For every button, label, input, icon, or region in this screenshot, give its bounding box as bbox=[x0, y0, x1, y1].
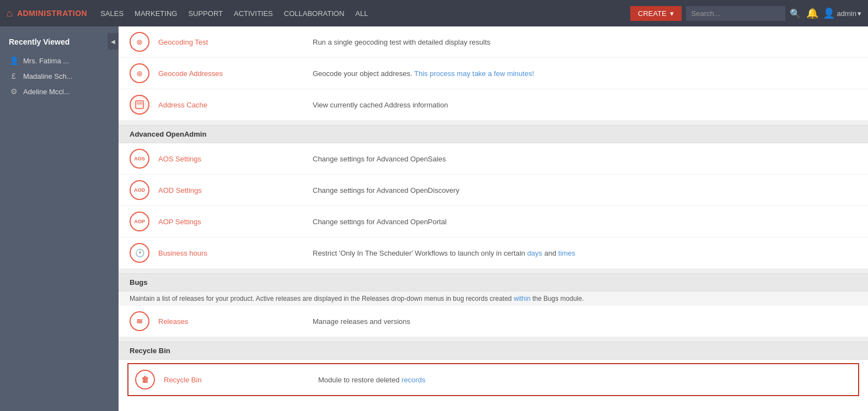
business-hours-icon: 🕐 bbox=[130, 243, 149, 263]
nav-sales[interactable]: SALES bbox=[100, 7, 124, 20]
geocode-addresses-row[interactable]: ◎ Geocode Addresses Geocode your object … bbox=[119, 58, 868, 89]
records-link[interactable]: records bbox=[401, 376, 425, 384]
brand-label: ADMINISTRATION bbox=[17, 9, 87, 18]
topnav: ⌂ ADMINISTRATION SALES MARKETING SUPPORT… bbox=[0, 0, 868, 26]
days-link[interactable]: days bbox=[527, 249, 542, 257]
sidebar-item-label-1: Madaline Sch... bbox=[23, 72, 104, 80]
releases-icon: ≋ bbox=[130, 311, 149, 331]
aos-icon: AOS bbox=[130, 149, 149, 169]
nav-collaboration[interactable]: COLLABORATION bbox=[284, 7, 345, 20]
recycle-bin-header: Recycle Bin bbox=[119, 342, 868, 360]
recycle-bin-desc: Module to restore deleted records bbox=[318, 376, 851, 384]
advanced-openadmin-header: Advanced OpenAdmin bbox=[119, 125, 868, 143]
times-link[interactable]: times bbox=[558, 249, 575, 257]
geocode-addresses-desc: Geocode your object addreses. This proce… bbox=[313, 69, 857, 78]
sidebar-title: Recently Viewed bbox=[0, 33, 119, 53]
within-link[interactable]: within bbox=[513, 295, 531, 302]
sidebar: Recently Viewed ◀ 👤 Mrs. Fatima ... ✎ £ … bbox=[0, 26, 119, 411]
nav-marketing[interactable]: MARKETING bbox=[135, 7, 177, 20]
sidebar-item-2[interactable]: ⚙ Adeline Mccl... ✎ bbox=[0, 84, 119, 99]
bugs-desc: Maintain a list of releases for your pro… bbox=[119, 291, 868, 306]
sidebar-item-label-2: Adeline Mccl... bbox=[23, 88, 104, 96]
business-hours-row[interactable]: 🕐 Business hours Restrict 'Only In The S… bbox=[119, 237, 868, 269]
releases-desc: Manage releases and versions bbox=[313, 317, 857, 326]
geocoding-test-row[interactable]: ◎ Geocoding Test Run a single geocoding … bbox=[119, 26, 868, 58]
aod-settings-row[interactable]: AOD AOD Settings Change settings for Adv… bbox=[119, 175, 868, 206]
sidebar-item-1[interactable]: £ Madaline Sch... ✎ bbox=[0, 68, 119, 84]
recycle-bin-row[interactable]: 🗑 Recycle Bin Module to restore deleted … bbox=[127, 363, 859, 396]
nav-support[interactable]: SUPPORT bbox=[188, 7, 223, 20]
address-cache-icon bbox=[130, 95, 149, 115]
aop-settings-name[interactable]: AOP Settings bbox=[158, 218, 313, 226]
business-hours-name[interactable]: Business hours bbox=[158, 249, 313, 257]
aop-settings-desc: Change settings for Advanced OpenPortal bbox=[313, 218, 857, 226]
sidebar-item-0[interactable]: 👤 Mrs. Fatima ... ✎ bbox=[0, 53, 119, 68]
aop-icon: AOP bbox=[130, 212, 149, 231]
address-cache-desc: View currently cached Address informatio… bbox=[313, 101, 857, 109]
content-area: ◎ Geocoding Test Run a single geocoding … bbox=[119, 26, 868, 411]
geocoding-test-icon: ◎ bbox=[130, 32, 149, 52]
geocode-link[interactable]: This process may take a few minutes! bbox=[414, 69, 534, 78]
gap-1 bbox=[119, 121, 868, 125]
geocoding-test-name[interactable]: Geocoding Test bbox=[158, 38, 313, 46]
advanced-openadmin-section: AOS AOS Settings Change settings for Adv… bbox=[119, 143, 868, 269]
nav-all[interactable]: ALL bbox=[355, 7, 368, 20]
bugs-section: ≋ Releases Manage releases and versions bbox=[119, 306, 868, 337]
business-hours-desc: Restrict 'Only In The Scheduler' Workflo… bbox=[313, 249, 857, 257]
nav-activities[interactable]: ACTIVITIES bbox=[234, 7, 273, 20]
releases-name[interactable]: Releases bbox=[158, 317, 313, 326]
search-input[interactable] bbox=[686, 6, 785, 21]
geocode-addresses-icon: ◎ bbox=[130, 63, 149, 83]
pound-icon: £ bbox=[9, 72, 19, 80]
aop-settings-row[interactable]: AOP AOP Settings Change settings for Adv… bbox=[119, 206, 868, 237]
user-chevron-icon: ▾ bbox=[858, 9, 861, 18]
aos-settings-desc: Change settings for Advanced OpenSales bbox=[313, 155, 857, 163]
recycle-bin-name[interactable]: Recycle Bin bbox=[164, 376, 318, 384]
create-button[interactable]: CREATE ▾ bbox=[630, 6, 682, 21]
chevron-down-icon: ▾ bbox=[670, 9, 674, 18]
sidebar-collapse-button[interactable]: ◀ bbox=[108, 33, 119, 50]
license-config-row[interactable]: License Configuration Manage and configu… bbox=[119, 399, 868, 411]
gap-3 bbox=[119, 337, 868, 342]
address-cache-row[interactable]: Address Cache View currently cached Addr… bbox=[119, 89, 868, 121]
recycle-bin-icon: 🗑 bbox=[135, 370, 155, 390]
aod-settings-name[interactable]: AOD Settings bbox=[158, 186, 313, 194]
geocoding-section: ◎ Geocoding Test Run a single geocoding … bbox=[119, 26, 868, 121]
gap-2 bbox=[119, 269, 868, 273]
aos-settings-row[interactable]: AOS AOS Settings Change settings for Adv… bbox=[119, 143, 868, 175]
user-avatar-icon[interactable]: 👤 bbox=[823, 7, 835, 19]
notification-icon[interactable]: 🔔 bbox=[806, 7, 818, 19]
bugs-header: Bugs bbox=[119, 273, 868, 291]
geocoding-test-desc: Run a single geocoding test with detaile… bbox=[313, 38, 857, 46]
user-label[interactable]: admin bbox=[837, 9, 856, 18]
person-icon: 👤 bbox=[9, 56, 19, 65]
main-layout: Recently Viewed ◀ 👤 Mrs. Fatima ... ✎ £ … bbox=[0, 26, 868, 411]
aos-settings-name[interactable]: AOS Settings bbox=[158, 155, 313, 163]
releases-row[interactable]: ≋ Releases Manage releases and versions bbox=[119, 306, 868, 337]
address-cache-name[interactable]: Address Cache bbox=[158, 101, 313, 109]
search-icon[interactable]: 🔍 bbox=[790, 8, 801, 19]
recycle-bin-highlighted-wrapper: 🗑 Recycle Bin Module to restore deleted … bbox=[119, 360, 868, 399]
home-icon[interactable]: ⌂ bbox=[7, 8, 13, 19]
recycle-bin-section: 🗑 Recycle Bin Module to restore deleted … bbox=[119, 360, 868, 411]
aod-settings-desc: Change settings for Advanced OpenDiscove… bbox=[313, 186, 857, 194]
geocode-addresses-name[interactable]: Geocode Addresses bbox=[158, 69, 313, 78]
sidebar-item-label-0: Mrs. Fatima ... bbox=[23, 57, 104, 65]
svg-rect-1 bbox=[137, 102, 142, 105]
aod-icon: AOD bbox=[130, 180, 149, 200]
gear-icon: ⚙ bbox=[9, 87, 19, 96]
